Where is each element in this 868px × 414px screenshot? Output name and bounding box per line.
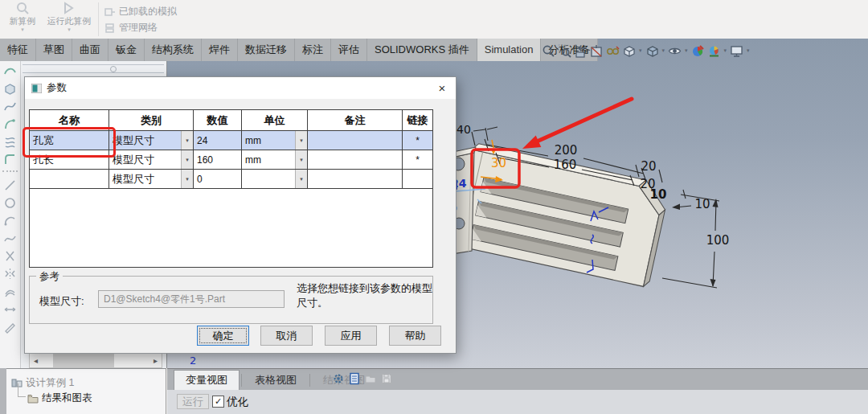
hide-show-items-icon[interactable] <box>668 44 682 58</box>
tab-评估[interactable]: 评估 <box>331 39 367 61</box>
unit-cell[interactable]: mm▾ <box>242 131 308 150</box>
dimension-tool-icon[interactable] <box>3 302 17 316</box>
parameter-row[interactable]: 模型尺寸▾0▾ <box>30 170 432 189</box>
tab-Simulation[interactable]: Simulation <box>477 39 542 61</box>
edit-appearance-icon[interactable] <box>691 44 705 58</box>
manage-network-button[interactable]: 管理网络 <box>104 21 158 35</box>
tab-数据迁移[interactable]: 数据迁移 <box>238 39 295 61</box>
apply-scene-icon[interactable] <box>707 44 721 58</box>
tab-标注[interactable]: 标注 <box>295 39 331 61</box>
chevron-down-icon[interactable]: ▾ <box>68 27 71 32</box>
chevron-down-icon[interactable]: ▾ <box>639 47 642 54</box>
section-view-icon[interactable] <box>590 44 604 58</box>
value-cell[interactable]: 0 <box>194 170 242 189</box>
fillet-tool-icon[interactable] <box>3 153 17 166</box>
scrollbar-track[interactable] <box>42 354 149 367</box>
dialog-button-应用[interactable]: 应用 <box>325 326 377 346</box>
dropdown-arrow-icon[interactable]: ▾ <box>181 131 193 150</box>
view-settings-icon[interactable] <box>730 44 743 58</box>
folder-icon <box>27 394 39 404</box>
solidworks-window: { "ribbon": { "new_study": "新算例", "run_s… <box>0 0 868 414</box>
sketch-circle-icon[interactable] <box>3 196 17 210</box>
unit-cell[interactable]: mm▾ <box>242 150 308 170</box>
zoom-to-fit-icon[interactable] <box>542 44 555 58</box>
scroll-right-icon[interactable]: ▸ <box>149 354 162 367</box>
new-study-button[interactable]: 新算例 ▾ <box>2 2 43 37</box>
run-study-button[interactable]: 运行此算例 ▾ <box>45 2 93 37</box>
tab-特征[interactable]: 特征 <box>0 39 36 61</box>
helix-tool-icon[interactable] <box>3 135 17 149</box>
chevron-down-icon[interactable]: ▾ <box>662 47 665 54</box>
dropdown-arrow-icon[interactable]: ▾ <box>295 150 307 169</box>
category-cell[interactable]: 模型尺寸▾ <box>109 150 194 170</box>
link-cell[interactable]: * <box>403 131 432 150</box>
pen-tool-icon[interactable] <box>3 320 17 334</box>
surface-tool-icon[interactable] <box>3 64 17 78</box>
sketch-line-icon[interactable] <box>3 178 17 192</box>
trim-tool-icon[interactable] <box>3 249 17 263</box>
tab-草图[interactable]: 草图 <box>36 39 72 61</box>
chevron-down-icon[interactable]: ▾ <box>747 47 750 54</box>
panel-collapse-handle[interactable] <box>110 66 117 72</box>
remark-cell[interactable] <box>308 170 403 189</box>
remark-cell[interactable] <box>308 131 403 150</box>
tab-曲面[interactable]: 曲面 <box>72 39 108 61</box>
dropdown-arrow-icon[interactable]: ▾ <box>181 150 193 169</box>
view-tab-变量视图[interactable]: 变量视图 <box>174 370 240 390</box>
solid-tool-icon[interactable] <box>3 82 17 96</box>
dialog-button-取消[interactable]: 取消 <box>260 326 313 346</box>
sketch-arc-icon[interactable] <box>3 214 17 227</box>
optimize-checkbox[interactable]: ✓ <box>212 396 224 408</box>
dropdown-arrow-icon[interactable]: ▾ <box>181 170 193 188</box>
display-style-icon[interactable] <box>645 44 659 58</box>
category-cell[interactable]: 模型尺寸▾ <box>109 170 194 189</box>
remark-cell[interactable] <box>308 150 403 170</box>
export-results-icon[interactable] <box>364 372 377 385</box>
spline-tool-icon[interactable] <box>3 100 17 113</box>
dialog-titlebar[interactable]: 参数 × <box>25 77 456 99</box>
link-cell[interactable]: * <box>403 150 432 170</box>
close-icon[interactable]: × <box>428 77 456 99</box>
tab-SOLIDWORKS 插件[interactable]: SOLIDWORKS 插件 <box>367 39 477 61</box>
scrollbar-thumb[interactable] <box>53 354 114 367</box>
mirror-tool-icon[interactable] <box>3 267 17 281</box>
tab-结构系统[interactable]: 结构系统 <box>145 39 202 61</box>
curve-tool-icon[interactable] <box>3 117 17 131</box>
view-tab-表格视图[interactable]: 表格视图 <box>244 371 308 390</box>
chevron-down-icon[interactable]: ▾ <box>21 27 24 32</box>
sketch-spline-icon[interactable] <box>3 232 17 245</box>
name-cell[interactable] <box>30 170 109 189</box>
tree-item-results-graphs[interactable]: 结果和图表 <box>27 391 92 405</box>
chevron-down-icon[interactable]: ▾ <box>685 47 688 54</box>
column-header: 备注 <box>308 110 403 131</box>
value-cell[interactable]: 24 <box>194 131 242 150</box>
offloaded-simulation-button[interactable]: 已卸载的模拟 <box>104 5 177 18</box>
bottom-left-strip <box>0 368 6 414</box>
dynamic-annotation-icon[interactable] <box>606 44 620 58</box>
dropdown-arrow-icon[interactable]: ▾ <box>295 131 307 150</box>
zoom-to-area-icon[interactable] <box>558 44 571 58</box>
model-dimension-field[interactable]: D1@Sketch4@零件1号.Part <box>98 290 285 308</box>
study-report-icon[interactable] <box>348 372 361 385</box>
link-cell[interactable] <box>403 170 432 189</box>
tab-钣金[interactable]: 钣金 <box>108 39 145 61</box>
dialog-button-帮助[interactable]: 帮助 <box>389 326 441 346</box>
category-cell[interactable]: 模型尺寸▾ <box>109 131 194 150</box>
dialog-button-确定[interactable]: 确定 <box>197 326 249 346</box>
chevron-down-icon[interactable]: ▾ <box>724 47 727 54</box>
dim-200: 200 <box>555 143 578 158</box>
offset-tool-icon[interactable] <box>3 285 17 298</box>
model-dimension-label: 模型尺寸: <box>39 294 84 309</box>
previous-view-icon[interactable] <box>574 44 588 58</box>
horizontal-scrollbar[interactable]: ◂ ▸ <box>29 353 162 368</box>
scroll-left-icon[interactable]: ◂ <box>30 354 42 367</box>
value-cell[interactable]: 160 <box>194 150 242 170</box>
run-button[interactable]: 运行 <box>177 394 209 409</box>
unit-cell[interactable]: ▾ <box>242 170 308 189</box>
view-orientation-icon[interactable] <box>622 44 636 58</box>
parameters-dialog: 参数 × 名称类别数值单位备注链接 孔宽模型尺寸▾24mm▾*孔长模型尺寸▾16… <box>24 76 457 354</box>
dropdown-arrow-icon[interactable]: ▾ <box>295 170 307 188</box>
save-results-icon[interactable] <box>380 372 393 385</box>
study-settings-icon[interactable] <box>332 372 345 385</box>
tab-焊件[interactable]: 焊件 <box>202 39 238 61</box>
